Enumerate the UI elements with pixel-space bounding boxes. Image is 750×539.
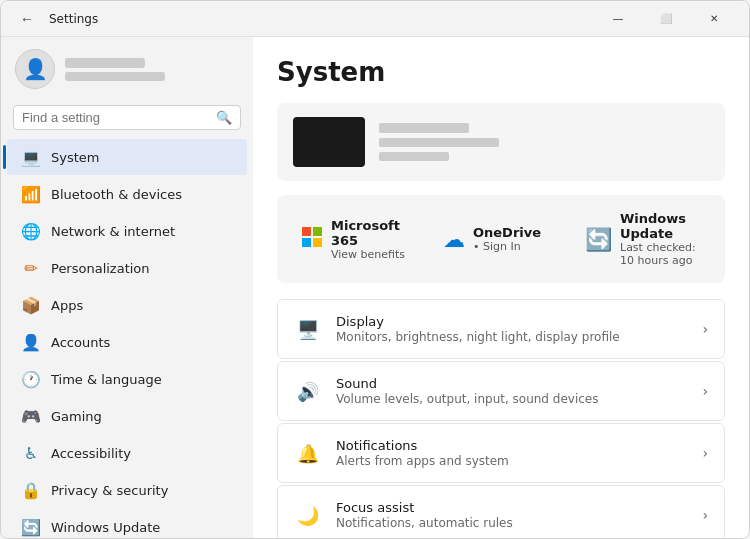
quick-link-onedrive[interactable]: ☁️ OneDrive • Sign In — [435, 207, 567, 271]
sidebar-item-gaming[interactable]: 🎮 Gaming — [7, 398, 247, 434]
device-name — [379, 123, 469, 133]
close-button[interactable]: ✕ — [691, 3, 737, 35]
avatar-icon: 👤 — [23, 57, 48, 81]
sidebar-item-personalization[interactable]: ✏️ Personalization — [7, 250, 247, 286]
quick-link-ms365[interactable]: Microsoft 365 View benefits — [293, 207, 425, 271]
notifications-title: Notifications — [336, 438, 688, 453]
sound-text: Sound Volume levels, output, input, soun… — [336, 376, 688, 406]
focus-chevron: › — [702, 507, 708, 523]
back-button[interactable]: ← — [13, 5, 41, 33]
winupdate-subtitle: Last checked: 10 hours ago — [620, 241, 701, 267]
focus-icon: 🌙 — [294, 501, 322, 529]
sidebar-label-time: Time & language — [51, 372, 162, 387]
winupdate-icon: 🔄 — [585, 227, 612, 252]
window-title: Settings — [49, 12, 98, 26]
settings-item-notifications[interactable]: 🔔 Notifications Alerts from apps and sys… — [277, 423, 725, 483]
sidebar-item-time[interactable]: 🕐 Time & language — [7, 361, 247, 397]
sidebar-item-accounts[interactable]: 👤 Accounts — [7, 324, 247, 360]
network-icon: 🌐 — [21, 221, 41, 241]
onedrive-subtitle: • Sign In — [473, 240, 541, 253]
sidebar-label-bluetooth: Bluetooth & devices — [51, 187, 182, 202]
ms365-title: Microsoft 365 — [331, 218, 417, 248]
search-icon: 🔍 — [216, 110, 232, 125]
settings-window: ← Settings — ⬜ ✕ 👤 🔍 — [0, 0, 750, 539]
quick-links: Microsoft 365 View benefits ☁️ OneDrive … — [277, 195, 725, 283]
search-input[interactable] — [22, 110, 210, 125]
sidebar-item-apps[interactable]: 📦 Apps — [7, 287, 247, 323]
sound-icon: 🔊 — [294, 377, 322, 405]
sound-title: Sound — [336, 376, 688, 391]
sidebar-label-personalization: Personalization — [51, 261, 150, 276]
sidebar-label-accounts: Accounts — [51, 335, 110, 350]
winupdate-text: Windows Update Last checked: 10 hours ag… — [620, 211, 701, 267]
display-subtitle: Monitors, brightness, night light, displ… — [336, 330, 688, 344]
display-chevron: › — [702, 321, 708, 337]
sidebar-nav: 💻 System 📶 Bluetooth & devices 🌐 Network… — [1, 138, 253, 538]
sidebar-item-accessibility[interactable]: ♿ Accessibility — [7, 435, 247, 471]
focus-text: Focus assist Notifications, automatic ru… — [336, 500, 688, 530]
ms365-icon — [301, 226, 323, 253]
onedrive-text: OneDrive • Sign In — [473, 225, 541, 253]
sidebar-label-network: Network & internet — [51, 224, 175, 239]
content-area: System — [253, 37, 749, 538]
settings-item-sound[interactable]: 🔊 Sound Volume levels, output, input, so… — [277, 361, 725, 421]
ms365-text: Microsoft 365 View benefits — [331, 218, 417, 261]
sidebar-label-accessibility: Accessibility — [51, 446, 131, 461]
sidebar: 👤 🔍 💻 System 📶 Blue — [1, 37, 253, 538]
settings-list: 🖥️ Display Monitors, brightness, night l… — [277, 299, 725, 538]
device-subtitle2 — [379, 152, 449, 161]
sidebar-label-apps: Apps — [51, 298, 83, 313]
accessibility-icon: ♿ — [21, 443, 41, 463]
personalization-icon: ✏️ — [21, 258, 41, 278]
minimize-button[interactable]: — — [595, 3, 641, 35]
user-profile[interactable]: 👤 — [1, 37, 253, 99]
display-icon: 🖥️ — [294, 315, 322, 343]
svg-rect-0 — [302, 227, 311, 236]
winupdate-title: Windows Update — [620, 211, 701, 241]
sidebar-item-update[interactable]: 🔄 Windows Update — [7, 509, 247, 538]
system-info-card[interactable] — [277, 103, 725, 181]
sidebar-label-system: System — [51, 150, 99, 165]
gaming-icon: 🎮 — [21, 406, 41, 426]
onedrive-icon: ☁️ — [443, 227, 465, 252]
settings-item-focus[interactable]: 🌙 Focus assist Notifications, automatic … — [277, 485, 725, 538]
quick-link-winupdate[interactable]: 🔄 Windows Update Last checked: 10 hours … — [577, 207, 709, 271]
focus-subtitle: Notifications, automatic rules — [336, 516, 688, 530]
bluetooth-icon: 📶 — [21, 184, 41, 204]
page-title: System — [277, 57, 725, 87]
main-container: 👤 🔍 💻 System 📶 Blue — [1, 37, 749, 538]
display-title: Display — [336, 314, 688, 329]
window-controls: — ⬜ ✕ — [595, 3, 737, 35]
device-subtitle1 — [379, 138, 499, 147]
maximize-button[interactable]: ⬜ — [643, 3, 689, 35]
notifications-subtitle: Alerts from apps and system — [336, 454, 688, 468]
apps-icon: 📦 — [21, 295, 41, 315]
sidebar-item-privacy[interactable]: 🔒 Privacy & security — [7, 472, 247, 508]
sidebar-label-update: Windows Update — [51, 520, 160, 535]
device-details — [379, 123, 499, 161]
svg-rect-1 — [313, 227, 322, 236]
focus-title: Focus assist — [336, 500, 688, 515]
sound-subtitle: Volume levels, output, input, sound devi… — [336, 392, 688, 406]
user-name — [65, 58, 145, 68]
update-icon: 🔄 — [21, 517, 41, 537]
time-icon: 🕐 — [21, 369, 41, 389]
notifications-icon: 🔔 — [294, 439, 322, 467]
onedrive-title: OneDrive — [473, 225, 541, 240]
avatar: 👤 — [15, 49, 55, 89]
settings-item-display[interactable]: 🖥️ Display Monitors, brightness, night l… — [277, 299, 725, 359]
svg-rect-2 — [302, 238, 311, 247]
sidebar-item-bluetooth[interactable]: 📶 Bluetooth & devices — [7, 176, 247, 212]
display-text: Display Monitors, brightness, night ligh… — [336, 314, 688, 344]
user-info — [65, 58, 165, 81]
search-box[interactable]: 🔍 — [13, 105, 241, 130]
notifications-text: Notifications Alerts from apps and syste… — [336, 438, 688, 468]
device-thumbnail — [293, 117, 365, 167]
svg-rect-3 — [313, 238, 322, 247]
privacy-icon: 🔒 — [21, 480, 41, 500]
sidebar-label-gaming: Gaming — [51, 409, 102, 424]
ms365-subtitle: View benefits — [331, 248, 417, 261]
sidebar-item-system[interactable]: 💻 System — [7, 139, 247, 175]
sidebar-item-network[interactable]: 🌐 Network & internet — [7, 213, 247, 249]
user-email — [65, 72, 165, 81]
